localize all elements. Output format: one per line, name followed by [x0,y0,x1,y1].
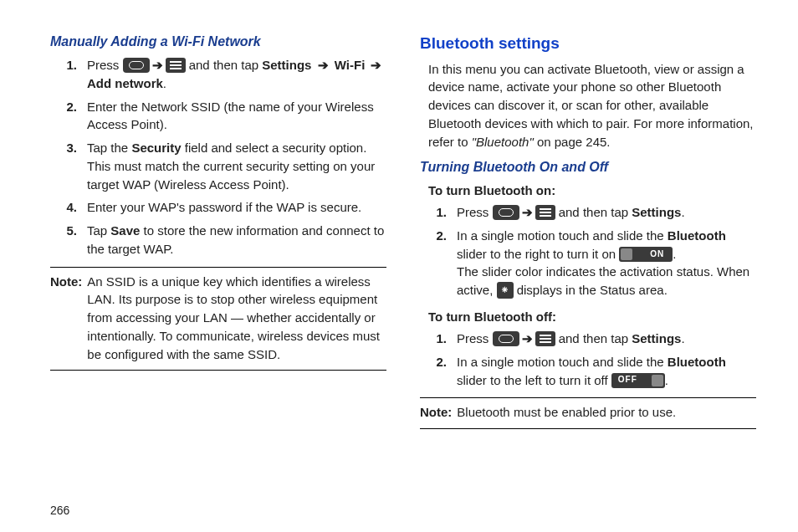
step-number: 5. [50,222,87,258]
text: In a single motion touch and slide the [457,355,668,369]
arrow-icon: ➔ [519,331,535,345]
save-label: Save [110,223,140,238]
text: . [673,247,676,261]
heading-bt-onoff: Turning Bluetooth On and Off [420,157,756,176]
bluetooth-intro: In this menu you can activate Bluetooth,… [428,60,756,151]
note-body: Bluetooth must be enabled prior to use. [457,403,756,422]
wifi-label: Wi-Fi [335,58,369,72]
divider [420,397,756,398]
home-icon [493,205,519,220]
security-label: Security [131,141,181,155]
text: Tap the [87,141,131,155]
divider [50,370,386,371]
bt-off-steps: 1. Press ➔ and then tap Settings. 2. In … [420,330,756,389]
left-column: Manually Adding a Wi-Fi Network 1. Press… [50,32,386,524]
step-number: 1. [50,56,87,93]
step-number: 2. [420,353,457,390]
step-number: 2. [420,227,457,299]
step-number: 1. [420,203,457,222]
text: displays in the Status area. [514,283,668,297]
text: . [163,76,166,90]
note-ssid: Note: An SSID is a unique key which iden… [50,273,386,364]
text: slider to the left to turn it off [457,373,611,387]
step-body: Tap the Security field and select a secu… [87,139,386,193]
step-body: Press ➔ and then tap Settings. [457,330,756,348]
step-body: In a single motion touch and slide the B… [457,353,756,390]
step-number: 2. [50,98,87,135]
step-3: 3. Tap the Security field and select a s… [50,139,386,193]
arrow-icon: ➔ [150,58,166,72]
settings-label: Settings [632,205,681,219]
step-2: 2. Enter the Network SSID (the name of y… [50,98,386,135]
menu-icon [535,205,555,220]
step-4: 4. Enter your WAP's password if the WAP … [50,198,386,217]
arrow-icon: ➔ [519,205,535,219]
note-label: Note: [50,273,87,364]
step-1: 1. Press ➔ and then tap Settings. [420,203,756,222]
step-1: 1. Press ➔ and then tap Settings ➔ Wi-Fi… [50,56,386,93]
step-body: Press ➔ and then tap Settings. [457,203,756,222]
arrow-icon: ➔ [368,58,384,72]
bluetooth-label: Bluetooth [668,228,726,243]
toggle-on-icon: ON [619,247,673,262]
step-number: 4. [50,198,87,217]
text: and then tap [186,58,263,72]
heading-wifi: Manually Adding a Wi-Fi Network [50,32,386,51]
step-2: 2. In a single motion touch and slide th… [420,227,756,299]
step-body: Press ➔ and then tap Settings ➔ Wi-Fi ➔ … [87,56,386,93]
text: In a single motion touch and slide the [457,228,668,243]
menu-icon [535,331,555,346]
text: Press [87,58,123,72]
note-label: Note: [420,403,457,422]
step-1: 1. Press ➔ and then tap Settings. [420,330,756,348]
bluetooth-icon: ⁕ [497,282,514,299]
divider [50,267,386,268]
text: . [681,205,684,219]
text: Press [457,331,493,345]
bt-on-label: To turn Bluetooth on: [428,182,756,200]
right-column: Bluetooth settings In this menu you can … [420,32,756,524]
toggle-off-icon: OFF [611,373,665,388]
step-body: Tap Save to store the new information an… [87,222,386,258]
text: . [665,373,668,387]
note-body: An SSID is a unique key which identifies… [87,273,386,364]
heading-bluetooth: Bluetooth settings [420,32,756,55]
bt-on-steps: 1. Press ➔ and then tap Settings. 2. In … [420,203,756,299]
wifi-steps: 1. Press ➔ and then tap Settings ➔ Wi-Fi… [50,56,386,258]
reference: "Bluetooth" [472,135,534,149]
step-body: Enter the Network SSID (the name of your… [87,98,386,135]
text: on page 245. [534,135,611,149]
toggle-on-text: ON [650,248,664,261]
step-body: In a single motion touch and slide the B… [457,227,756,299]
step-number: 3. [50,139,87,193]
arrow-icon: ➔ [311,58,334,72]
text: Tap [87,223,110,238]
step-5: 5. Tap Save to store the new information… [50,222,386,258]
settings-label: Settings [632,331,681,345]
text: slider to the right to turn it on [457,247,619,261]
page-number: 266 [50,504,69,517]
toggle-off-text: OFF [618,374,637,386]
step-number: 1. [420,330,457,348]
text: and then tap [555,331,632,345]
divider [420,428,756,429]
step-2: 2. In a single motion touch and slide th… [420,353,756,390]
menu-icon [166,58,186,73]
bluetooth-label: Bluetooth [668,355,726,369]
manual-page: Manually Adding a Wi-Fi Network 1. Press… [0,0,798,532]
home-icon [493,331,519,346]
text: . [681,331,684,345]
settings-label: Settings [262,58,311,72]
note-bluetooth: Note: Bluetooth must be enabled prior to… [420,403,756,422]
home-icon [123,58,150,73]
text: and then tap [555,205,632,219]
text: Press [457,205,493,219]
bt-off-label: To turn Bluetooth off: [428,308,756,326]
add-network-label: Add network [87,76,163,90]
step-body: Enter your WAP's password if the WAP is … [87,198,386,217]
